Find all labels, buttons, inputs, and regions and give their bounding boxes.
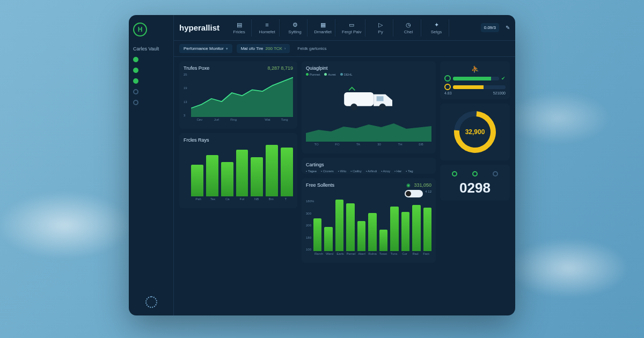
- progress-stats: 4.83521000: [444, 91, 506, 95]
- col-left: Trufes Poxe8,287 8,719 2519133 C: [179, 61, 297, 310]
- brand-logo-icon: H: [133, 23, 147, 36]
- sidebar-title: Carles Vault: [133, 46, 169, 52]
- slider-icon: ⚙: [292, 21, 298, 28]
- chip-label: Performance Monitor: [184, 46, 224, 51]
- axis-x: RarchWerdEarlsPemelAkerlRolnaTosetTunsCo…: [313, 252, 431, 259]
- main-area: hyperallist ▤Frides ≡Homefet ⚙Sytting ▦D…: [174, 15, 515, 315]
- sidebar-item-4[interactable]: [133, 100, 169, 105]
- monitor-dropdown[interactable]: Performance Monitor▾: [179, 44, 232, 53]
- bars: [191, 145, 293, 196]
- plot: [306, 120, 431, 142]
- readout-pill: 0.09/3: [481, 23, 499, 32]
- dot-icon: [472, 171, 478, 177]
- lock-icon: [444, 75, 451, 82]
- tab-label: Setgs: [431, 30, 442, 34]
- content-grid: Trufes Poxe8,287 8,719 2519133 C: [174, 57, 515, 315]
- tab-py[interactable]: ▷Py: [369, 19, 393, 36]
- toggle-switch[interactable]: [405, 190, 423, 197]
- status-dot-icon: [133, 78, 138, 84]
- card-frcles-rays: Frcles Rays PahTesCaFolNBBmT: [179, 133, 297, 208]
- progress-bar-1: [453, 77, 499, 80]
- col-right-rail: ⛹ ✔ 4.83521000 32,900: [440, 61, 510, 310]
- sidebar-item-1[interactable]: [133, 68, 169, 73]
- sidebar-item-2[interactable]: [133, 78, 169, 84]
- person-icon: ⛹: [444, 65, 506, 73]
- svg-point-1: [350, 104, 357, 111]
- lock-icon: [444, 84, 451, 90]
- card-title: Cartings: [306, 162, 324, 167]
- chart-icon: ◷: [405, 21, 412, 28]
- box-icon: ▭: [348, 21, 355, 28]
- card-value: 331,050: [414, 182, 431, 188]
- ring-gauge-icon: 32,900: [445, 102, 504, 161]
- logo-row: H: [133, 23, 169, 36]
- card-trufes-poxe: Trufes Poxe8,287 8,719 2519133 C: [179, 61, 297, 129]
- bar-chart-rays: PahTesCaFolNBBmT: [184, 145, 293, 204]
- axis-x: CevJurlFingWatTong: [191, 118, 293, 124]
- edit-icon[interactable]: ✎: [506, 25, 510, 31]
- tab-sytting[interactable]: ⚙Sytting: [283, 19, 308, 36]
- legend: • Tagee• Crorers• Wilo• Caliby• Arfindi•…: [306, 170, 431, 173]
- status-dot-icon: [133, 68, 138, 73]
- tab-label: Sytting: [288, 30, 301, 34]
- axis-y: 180%300200180100: [306, 200, 313, 251]
- card-free-sollents: Free Sollents ◉ 331,050 4 12 180%3002001…: [302, 178, 436, 263]
- sidebar-item-3[interactable]: [133, 89, 169, 94]
- tab-label: Fergt Paiv: [342, 30, 361, 34]
- tab-setgs[interactable]: ✦Setgs: [425, 19, 449, 36]
- tab-fergt[interactable]: ▭Fergt Paiv: [339, 19, 365, 36]
- big-counter: 0298: [444, 180, 506, 196]
- ring-value: 32,900: [459, 116, 491, 148]
- chevron-down-icon: ▾: [226, 47, 228, 51]
- doc-icon: ▤: [236, 21, 243, 28]
- topbar: hyperallist ▤Frides ≡Homefet ⚙Sytting ▦D…: [174, 15, 515, 41]
- brand-title: hyperallist: [179, 23, 219, 32]
- tab-frides[interactable]: ▤Frides: [227, 19, 252, 36]
- plot: [191, 73, 293, 117]
- tab-chel[interactable]: ◷Chel: [397, 19, 421, 36]
- sidebar: H Carles Vault: [129, 15, 174, 315]
- card-progress: ⛹ ✔ 4.83521000: [440, 61, 510, 99]
- col-mid: Quiaglpint Pormet Auret DEHL: [302, 61, 436, 310]
- section-label: Feldk gartonics: [294, 44, 330, 53]
- van-icon: [306, 78, 431, 118]
- tab-label: Py: [378, 30, 383, 34]
- chevron-right-icon: ›: [284, 47, 286, 50]
- chip-label: Mal ofo Tire: [241, 46, 264, 51]
- tab-homefet[interactable]: ≡Homefet: [255, 19, 280, 36]
- tab-label: Frides: [233, 30, 245, 34]
- card-cartings: Cartings • Tagee• Crorers• Wilo• Caliby•…: [302, 158, 436, 174]
- status-dot-icon: [133, 57, 138, 62]
- card-counter: 0298: [440, 165, 510, 201]
- card-ring-gauge: 32,900: [440, 104, 510, 160]
- cog-icon: ✦: [433, 21, 440, 28]
- tile-metric-chip[interactable]: Mal ofo Tire200 TCK›: [237, 44, 290, 53]
- check-icon: ✔: [501, 76, 506, 81]
- bar-chart-sollents: 180%300200180100 RarchWerdEarlsPemelAker…: [306, 200, 431, 259]
- svg-rect-3: [377, 96, 384, 101]
- area-chart-quiag: TOFOTA30THDB: [306, 120, 431, 149]
- card-title: Free Sollents: [306, 182, 334, 188]
- legend: Pormet Auret DEHL: [306, 73, 431, 76]
- tab-drnanflet[interactable]: ▦Drnanflet: [311, 19, 335, 36]
- grid-icon: ▦: [320, 21, 326, 28]
- sidebar-footer: [133, 296, 169, 308]
- dot-icon: [493, 171, 498, 177]
- axis-x: TOFOTA30THDB: [306, 143, 431, 149]
- tab-label: Drnanflet: [314, 30, 331, 34]
- svg-rect-0: [344, 92, 374, 106]
- progress-bar-2: [453, 85, 506, 89]
- axis-y: 2519133: [184, 73, 191, 117]
- card-value: 8,287 8,719: [267, 65, 293, 71]
- svg-point-2: [379, 104, 386, 111]
- coin-icon: ◉: [406, 182, 411, 188]
- status-dot-icon: [133, 89, 138, 94]
- tab-label: Chel: [404, 30, 413, 34]
- filter-bar: Performance Monitor▾ Mal ofo Tire200 TCK…: [174, 41, 515, 57]
- settings-gear-icon[interactable]: [145, 296, 157, 308]
- bars: [313, 200, 431, 251]
- status-dot-icon: [133, 100, 138, 105]
- bars-icon: ≡: [264, 21, 270, 28]
- toggle-label: 4 12: [425, 190, 431, 197]
- sidebar-item-0[interactable]: [133, 57, 169, 62]
